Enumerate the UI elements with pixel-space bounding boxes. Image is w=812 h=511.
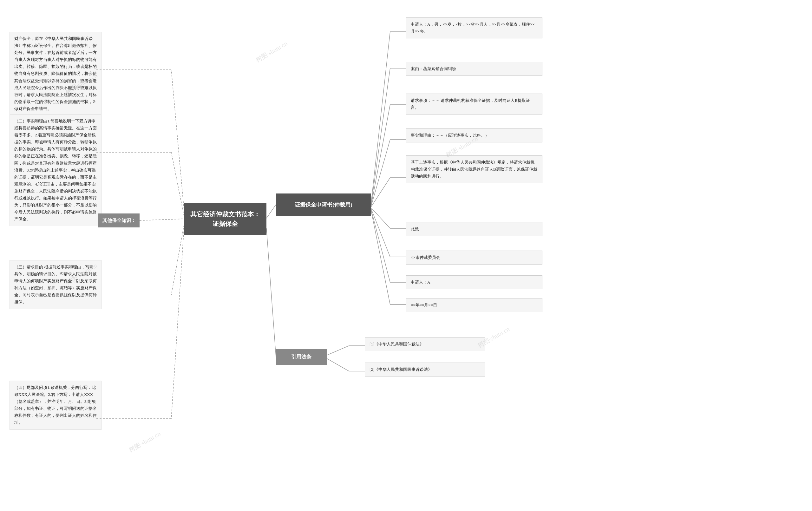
citation-box-1: [1]《中华人民共和国仲裁法》 xyxy=(365,337,485,351)
right-text-facts: 事实和理由：－－（应详述事实，此略。） xyxy=(411,133,489,138)
svg-line-31 xyxy=(327,359,349,371)
svg-line-28 xyxy=(266,228,276,357)
svg-line-18 xyxy=(371,178,390,207)
svg-line-5 xyxy=(171,225,184,295)
svg-line-10 xyxy=(371,32,390,203)
svg-line-0 xyxy=(140,219,184,221)
citation-box-2: [2]《中华人民共和国民事诉讼法》 xyxy=(365,363,485,376)
svg-line-12 xyxy=(371,68,390,205)
svg-line-24 xyxy=(371,210,390,282)
right-main-node: 证据保全申请书(仲裁用) xyxy=(276,194,371,216)
right-text-box-org: ××市仲裁委员会 xyxy=(406,251,542,264)
svg-line-14 xyxy=(371,105,390,205)
right-text-box-to: 此致 xyxy=(406,222,542,236)
right-text-box-applicant: 申请人：A，男，××岁，×族，××省××县人，××县××乡菜农，现住××县××乡… xyxy=(406,18,542,38)
left-label-text: 其他保全知识： xyxy=(103,218,136,224)
svg-line-7 xyxy=(171,228,184,419)
left-text-content-4: （四）尾部及附项1.致送机关，分两行写：此致XXX人民法院。2.右下方写：申请人… xyxy=(14,385,97,425)
left-text-content-2: （二）事实和理由1.简要地说明一下双方诉争或将要起诉的案情事实确凿无疑。在这一方… xyxy=(14,119,97,221)
left-text-content-1: 财产保全，原在《中华人民共和国民事诉讼法》中称为诉讼保全。在台湾叫做假扣押、假处… xyxy=(14,36,97,111)
right-text-signer: 申请人：A xyxy=(411,280,430,285)
right-text-box-body: 基于上述事实，根据《中华人民共和国仲裁法》规定，特请求仲裁机构裁准保全证据，并转… xyxy=(406,155,542,183)
right-text-box-date: ××年××月××日 xyxy=(406,298,542,312)
right-text-box-case: 案由：蔬菜购销合同纠纷 xyxy=(406,62,542,76)
svg-line-1 xyxy=(171,70,184,209)
right-text-box-request: 请求事项：－－ 请求仲裁机构裁准保全证据，及时向证人B提取证言。 xyxy=(406,93,542,114)
svg-line-9 xyxy=(266,205,276,218)
watermark-6: 树图·shutu.cn xyxy=(127,429,163,455)
citation-2: [2]《中华人民共和国民事诉讼法》 xyxy=(370,367,432,372)
right-text-org: ××市仲裁委员会 xyxy=(411,255,440,260)
svg-line-22 xyxy=(371,209,390,257)
right-text-applicant: 申请人：A，男，××岁，×族，××省××县人，××县××乡菜农，现住××县××乡… xyxy=(411,22,535,34)
left-label-node: 其他保全知识： xyxy=(98,214,140,227)
left-text-content-3: （三）请求目的.根据前述事实和理由，写明具体、明确的请求目的。即请求人民法院对被… xyxy=(14,264,97,304)
right-text-to: 此致 xyxy=(411,226,419,231)
watermark-2: 树图·shutu.cn xyxy=(254,39,289,64)
left-text-box-1: 财产保全，原在《中华人民共和国民事诉讼法》中称为诉讼保全。在台湾叫做假扣押、假处… xyxy=(9,32,102,116)
right-text-case: 案由：蔬菜购销合同纠纷 xyxy=(411,66,456,71)
right-text-box-signer: 申请人：A xyxy=(406,275,542,289)
left-text-box-3: （三）请求目的.根据前述事实和理由，写明具体、明确的请求目的。即请求人民法院对被… xyxy=(9,260,102,309)
right-text-box-facts: 事实和理由：－－（应详述事实，此略。） xyxy=(406,129,542,142)
right-citation-node: 引用法条 xyxy=(276,349,327,365)
svg-line-20 xyxy=(371,208,390,228)
left-text-box-2: （二）事实和理由1.简要地说明一下双方诉争或将要起诉的案情事实确凿无疑。在这一方… xyxy=(9,114,102,226)
right-text-body: 基于上述事实，根据《中华人民共和国仲裁法》规定，特请求仲裁机构裁准保全证据，并转… xyxy=(411,160,537,178)
mind-map: 其它经济仲裁文书范本：证据保全 其他保全知识： 证据保全申请书(仲裁用) 引用法… xyxy=(0,0,812,511)
right-text-request: 请求事项：－－ 请求仲裁机构裁准保全证据，及时向证人B提取证言。 xyxy=(411,98,530,110)
center-node: 其它经济仲裁文书范本：证据保全 xyxy=(184,203,266,235)
svg-line-29 xyxy=(327,346,349,355)
svg-line-3 xyxy=(171,152,184,216)
citation-1: [1]《中华人民共和国仲裁法》 xyxy=(370,342,424,346)
right-text-date: ××年××月××日 xyxy=(411,303,437,307)
right-citation-label: 引用法条 xyxy=(291,354,312,360)
center-label: 其它经济仲裁文书范本：证据保全 xyxy=(190,209,260,228)
svg-line-26 xyxy=(371,210,390,305)
svg-line-16 xyxy=(371,140,390,206)
left-text-box-4: （四）尾部及附项1.致送机关，分两行写：此致XXX人民法院。2.右下方写：申请人… xyxy=(9,380,102,430)
right-main-label: 证据保全申请书(仲裁用) xyxy=(295,201,352,208)
